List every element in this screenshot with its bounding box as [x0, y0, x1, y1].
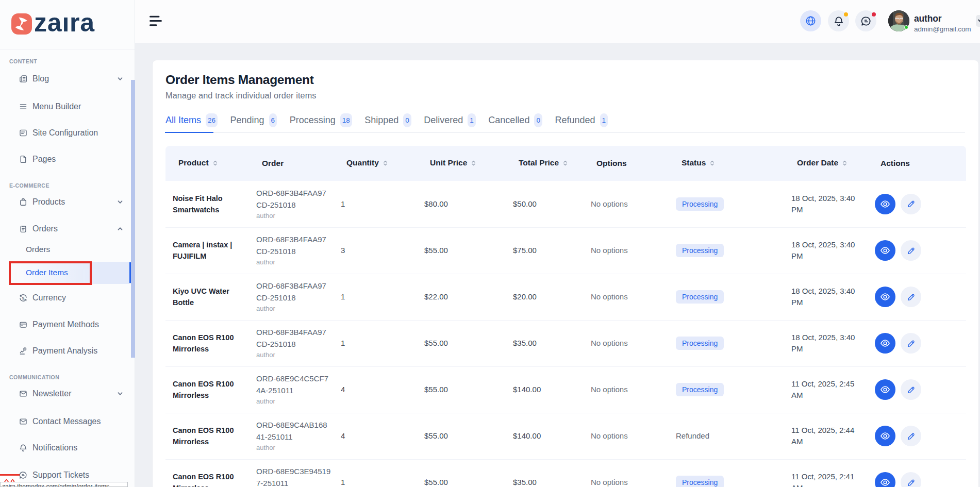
svg-text:$: $	[22, 296, 25, 300]
